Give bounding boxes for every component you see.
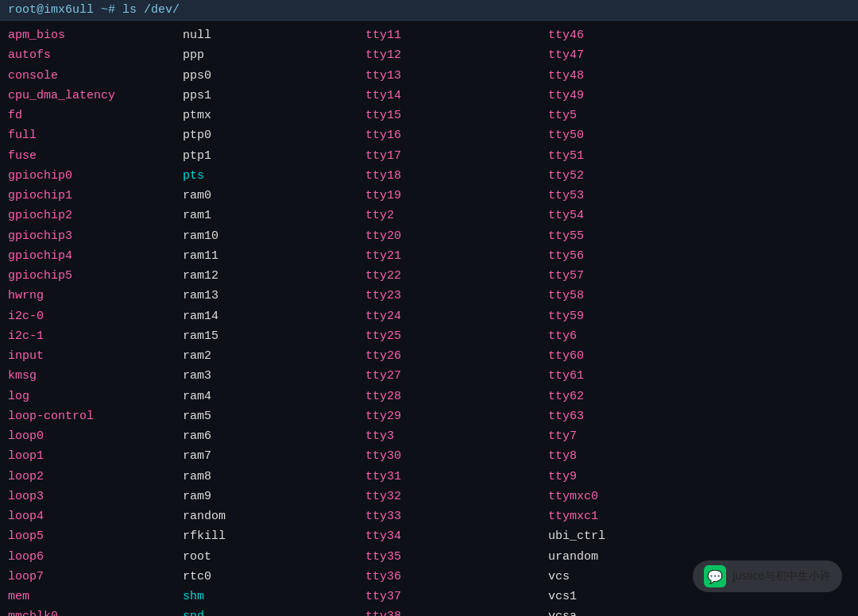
dir-item: loop7 bbox=[8, 567, 183, 587]
dir-item: ram9 bbox=[183, 487, 365, 506]
dir-item: pps1 bbox=[183, 86, 365, 106]
dir-item: full bbox=[8, 125, 183, 145]
directory-listing: apm_biosnulltty11tty46autofsppptty12tty4… bbox=[8, 25, 850, 616]
dir-item: shm bbox=[183, 587, 365, 606]
dir-item: tty2 bbox=[365, 206, 548, 225]
dir-item: tty24 bbox=[365, 306, 548, 326]
dir-item: tty58 bbox=[548, 286, 731, 306]
dir-item: ram4 bbox=[183, 387, 365, 406]
dir-item: ram0 bbox=[183, 186, 365, 206]
watermark-text: justice与初中生小许 bbox=[732, 569, 831, 583]
dir-item: ram10 bbox=[183, 226, 365, 246]
dir-item: ttymxc1 bbox=[548, 506, 731, 526]
dir-item: tty18 bbox=[365, 166, 548, 186]
dir-item: tty48 bbox=[548, 66, 731, 86]
dir-item: tty25 bbox=[365, 326, 548, 346]
dir-item: tty3 bbox=[365, 426, 548, 446]
dir-item: tty15 bbox=[365, 106, 548, 125]
dir-item: tty35 bbox=[365, 547, 548, 567]
dir-item: tty17 bbox=[365, 146, 548, 166]
dir-item: tty57 bbox=[548, 266, 731, 286]
dir-item: tty6 bbox=[548, 326, 731, 346]
dir-item: tty27 bbox=[365, 366, 548, 386]
dir-item: ram13 bbox=[183, 286, 365, 306]
dir-item: ubi_ctrl bbox=[548, 526, 731, 546]
dir-item: gpiochip1 bbox=[8, 186, 183, 206]
dir-item: tty12 bbox=[365, 45, 548, 65]
dir-item: gpiochip2 bbox=[8, 206, 183, 225]
dir-item: loop1 bbox=[8, 446, 183, 466]
dir-item: tty36 bbox=[365, 567, 548, 587]
dir-item: gpiochip5 bbox=[8, 266, 183, 286]
dir-item: tty26 bbox=[365, 346, 548, 366]
dir-item: pps0 bbox=[183, 66, 365, 86]
dir-item: mmcblk0 bbox=[8, 606, 183, 616]
dir-item: ram12 bbox=[183, 266, 365, 286]
dir-item: ppp bbox=[183, 45, 365, 65]
dir-item: rtc0 bbox=[183, 567, 365, 587]
dir-item: tty32 bbox=[365, 487, 548, 506]
dir-item: gpiochip0 bbox=[8, 166, 183, 186]
terminal-content: apm_biosnulltty11tty46autofsppptty12tty4… bbox=[0, 21, 858, 616]
dir-item: ptp0 bbox=[183, 125, 365, 145]
dir-item: autofs bbox=[8, 45, 183, 65]
dir-item: tty14 bbox=[365, 86, 548, 106]
dir-item: tty11 bbox=[365, 25, 548, 45]
dir-item: tty19 bbox=[365, 186, 548, 206]
dir-item: tty23 bbox=[365, 286, 548, 306]
dir-item: cpu_dma_latency bbox=[8, 86, 183, 106]
terminal-window: root@imx6ull ~# ls /dev/ apm_biosnulltty… bbox=[0, 0, 858, 616]
dir-item: mem bbox=[8, 587, 183, 606]
dir-item: loop4 bbox=[8, 506, 183, 526]
dir-item: tty49 bbox=[548, 86, 731, 106]
dir-item: tty22 bbox=[365, 266, 548, 286]
dir-item: vcsa bbox=[548, 606, 731, 616]
dir-item: console bbox=[8, 66, 183, 86]
dir-item: ptp1 bbox=[183, 146, 365, 166]
dir-item: tty47 bbox=[548, 45, 731, 65]
dir-item: tty37 bbox=[365, 587, 548, 606]
dir-item: snd bbox=[183, 606, 365, 616]
dir-item: tty5 bbox=[548, 106, 731, 125]
dir-item: i2c-1 bbox=[8, 326, 183, 346]
dir-item: tty16 bbox=[365, 125, 548, 145]
dir-item: tty53 bbox=[548, 186, 731, 206]
dir-item: gpiochip3 bbox=[8, 226, 183, 246]
dir-item: tty46 bbox=[548, 25, 731, 45]
dir-item: tty62 bbox=[548, 387, 731, 406]
dir-item: tty50 bbox=[548, 125, 731, 145]
dir-item: ram14 bbox=[183, 306, 365, 326]
dir-item: ram2 bbox=[183, 346, 365, 366]
dir-item: loop2 bbox=[8, 467, 183, 487]
dir-item: gpiochip4 bbox=[8, 246, 183, 266]
dir-item: tty63 bbox=[548, 406, 731, 426]
watermark-icon: 💬 bbox=[704, 565, 726, 587]
dir-item: apm_bios bbox=[8, 25, 183, 45]
dir-item: ptmx bbox=[183, 106, 365, 125]
dir-item: kmsg bbox=[8, 366, 183, 386]
dir-item: tty8 bbox=[548, 446, 731, 466]
dir-item: tty56 bbox=[548, 246, 731, 266]
dir-item: tty21 bbox=[365, 246, 548, 266]
dir-item: ram11 bbox=[183, 246, 365, 266]
dir-item: tty20 bbox=[365, 226, 548, 246]
dir-item: ram6 bbox=[183, 426, 365, 446]
dir-item: ttymxc0 bbox=[548, 487, 731, 506]
dir-item: tty59 bbox=[548, 306, 731, 326]
dir-item: loop3 bbox=[8, 487, 183, 506]
prompt-text: root@imx6ull ~# ls /dev/ bbox=[8, 3, 180, 17]
dir-item: ram8 bbox=[183, 467, 365, 487]
dir-item: tty38 bbox=[365, 606, 548, 616]
terminal-header: root@imx6ull ~# ls /dev/ bbox=[0, 0, 858, 21]
dir-item: loop5 bbox=[8, 526, 183, 546]
dir-item: ram7 bbox=[183, 446, 365, 466]
dir-item: ram3 bbox=[183, 366, 365, 386]
dir-item: tty13 bbox=[365, 66, 548, 86]
dir-item: tty60 bbox=[548, 346, 731, 366]
dir-item: input bbox=[8, 346, 183, 366]
dir-item: ram5 bbox=[183, 406, 365, 426]
dir-item: tty7 bbox=[548, 426, 731, 446]
dir-item: i2c-0 bbox=[8, 306, 183, 326]
dir-item: tty51 bbox=[548, 146, 731, 166]
watermark-badge: 💬 justice与初中生小许 bbox=[693, 560, 842, 592]
